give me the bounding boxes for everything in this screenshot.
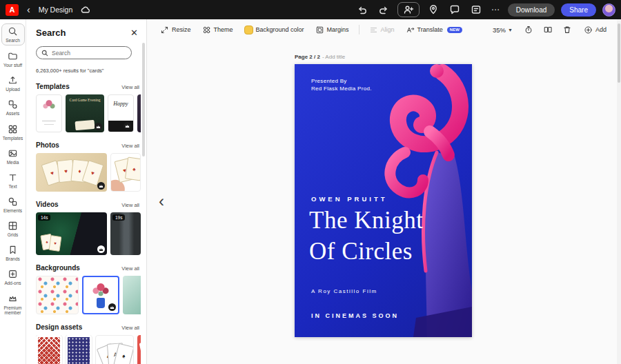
design-asset-thumbnail[interactable]: ♠ A ♠ bbox=[95, 335, 134, 364]
document-title[interactable]: My Design bbox=[39, 6, 73, 14]
sidebar-item-label: Upload bbox=[6, 87, 20, 92]
previous-page-chevron[interactable]: ‹ bbox=[156, 190, 167, 212]
sidebar-item-templates[interactable]: Templates bbox=[1, 122, 25, 143]
video-thumbnail[interactable]: 19s bbox=[110, 212, 141, 255]
sidebar-item-elements[interactable]: Elements bbox=[1, 194, 25, 215]
trash-icon[interactable] bbox=[560, 22, 575, 37]
poster-title-line2[interactable]: Of Circles bbox=[309, 238, 413, 265]
add-page-button[interactable]: Add bbox=[579, 23, 611, 37]
video-duration-badge: 19s bbox=[112, 214, 125, 221]
thumbnail-text: Card Game Evening bbox=[66, 98, 104, 103]
poster-tagline[interactable]: IN CINEMAS SOON bbox=[311, 312, 399, 319]
undo-icon[interactable] bbox=[355, 2, 370, 17]
close-icon[interactable]: ✕ bbox=[129, 28, 139, 38]
sidebar-item-text[interactable]: Text bbox=[1, 170, 25, 191]
grids-icon bbox=[8, 221, 18, 231]
template-thumbnail[interactable]: Card Game Evening bbox=[66, 94, 104, 132]
sidebar-item-upload[interactable]: Upload bbox=[1, 73, 25, 94]
share-button[interactable]: Share bbox=[561, 3, 596, 17]
background-color-button[interactable]: Background color bbox=[239, 23, 309, 37]
sidebar-item-label: Grids bbox=[8, 232, 19, 237]
redo-icon[interactable] bbox=[376, 2, 391, 17]
invite-collaborators-button[interactable] bbox=[397, 2, 420, 17]
view-all-templates-link[interactable]: View all bbox=[121, 84, 139, 90]
view-all-design-assets-link[interactable]: View all bbox=[121, 325, 139, 331]
background-thumbnail[interactable] bbox=[36, 276, 79, 314]
add-title-link[interactable]: - Add title bbox=[322, 54, 345, 60]
sidebar-item-add-ons[interactable]: Add-ons bbox=[1, 267, 25, 287]
margins-icon bbox=[315, 26, 324, 34]
search-input[interactable] bbox=[52, 50, 121, 57]
template-thumbnail[interactable]: Happy bbox=[108, 94, 134, 132]
location-pin-icon[interactable] bbox=[426, 2, 441, 17]
background-thumbnail[interactable] bbox=[123, 276, 141, 314]
video-thumbnail[interactable]: 14s ♠ ♥ bbox=[36, 212, 107, 255]
poster-credit[interactable]: A Roy Castillo Film bbox=[311, 288, 377, 294]
background-color-swatch bbox=[244, 26, 253, 34]
design-asset-thumbnail[interactable] bbox=[66, 335, 92, 364]
page-label: Page 2 / 2 - Add title bbox=[295, 54, 345, 60]
search-input-wrapper bbox=[36, 46, 132, 59]
add-ons-icon bbox=[8, 269, 18, 279]
view-all-photos-link[interactable]: View all bbox=[121, 143, 139, 149]
section-title-templates: Templates bbox=[36, 83, 70, 90]
photo-thumbnail[interactable]: ♥ ♠ bbox=[110, 153, 141, 192]
templates-row: Card Game Evening Happy bbox=[36, 94, 141, 132]
sidebar-item-label: Your stuff bbox=[3, 63, 22, 68]
align-button[interactable]: Align bbox=[364, 23, 400, 37]
background-thumbnail-selected[interactable] bbox=[82, 276, 119, 314]
search-icon bbox=[8, 26, 18, 37]
resize-button[interactable]: Resize bbox=[155, 23, 196, 37]
premium-crown-icon bbox=[95, 123, 102, 130]
section-title-photos: Photos bbox=[36, 141, 59, 149]
more-options-icon[interactable]: ⋯ bbox=[490, 5, 502, 14]
sidebar-item-brands[interactable]: Brands bbox=[1, 243, 25, 263]
assets-icon bbox=[8, 99, 18, 110]
adobe-logo[interactable]: A bbox=[6, 4, 19, 16]
download-button[interactable]: Download bbox=[508, 3, 555, 17]
back-chevron-icon[interactable]: ‹ bbox=[24, 3, 33, 16]
videos-row: 14s ♠ ♥ 19s bbox=[36, 212, 141, 255]
margins-button[interactable]: Margins bbox=[310, 23, 354, 37]
folder-icon bbox=[8, 51, 18, 61]
poster-actor-name[interactable]: OWEN PRUITT bbox=[311, 195, 388, 203]
canvas-toolbar: Resize Theme Background color Margins Al… bbox=[147, 19, 621, 40]
comment-icon[interactable] bbox=[447, 2, 462, 17]
view-all-videos-link[interactable]: View all bbox=[121, 202, 139, 208]
poster-title-line1[interactable]: The Knight bbox=[309, 207, 423, 234]
template-thumbnail[interactable] bbox=[137, 94, 141, 132]
photo-thumbnail[interactable]: ♥ ♥ ♦ ♥ bbox=[36, 153, 107, 192]
window-scrollbar-thumb[interactable] bbox=[618, 23, 620, 83]
chat-panel-icon[interactable] bbox=[469, 2, 484, 17]
poster-presented-by[interactable]: Presented By bbox=[311, 78, 347, 84]
cloud-sync-icon[interactable] bbox=[78, 2, 93, 17]
new-badge: NEW bbox=[447, 27, 462, 33]
sidebar-item-assets[interactable]: Assets bbox=[1, 97, 25, 118]
toolbar-divider bbox=[359, 25, 359, 34]
sidebar-item-media[interactable]: Media bbox=[1, 146, 25, 167]
design-asset-thumbnail[interactable] bbox=[36, 335, 62, 364]
sidebar-item-premium-member[interactable]: Premium member bbox=[1, 292, 25, 317]
timer-icon[interactable] bbox=[521, 22, 536, 37]
align-icon bbox=[369, 26, 378, 34]
thumbnail-text: Happy bbox=[108, 101, 133, 107]
theme-button[interactable]: Theme bbox=[197, 23, 238, 37]
canvas-page[interactable]: Presented By Red Flask Media Prod. OWEN … bbox=[295, 64, 472, 337]
user-avatar[interactable] bbox=[602, 3, 615, 17]
design-asset-thumbnail[interactable] bbox=[137, 335, 141, 364]
template-thumbnail[interactable] bbox=[36, 94, 62, 132]
zoom-dropdown[interactable]: 35% ▼ bbox=[489, 23, 517, 37]
sidebar-item-your-stuff[interactable]: Your stuff bbox=[1, 49, 25, 70]
sidebar-item-grids[interactable]: Grids bbox=[1, 219, 25, 239]
window-scrollbar[interactable] bbox=[617, 19, 621, 364]
main-area: Resize Theme Background color Margins Al… bbox=[147, 19, 621, 364]
upload-icon bbox=[8, 75, 18, 85]
photos-row: ♥ ♥ ♦ ♥ ♥ ♠ bbox=[36, 153, 141, 192]
sidebar-item-search[interactable]: Search bbox=[1, 23, 25, 46]
translate-button[interactable]: Translate NEW bbox=[401, 23, 467, 37]
backgrounds-row bbox=[36, 276, 141, 314]
poster-studio[interactable]: Red Flask Media Prod. bbox=[311, 85, 372, 92]
pages-view-icon[interactable] bbox=[540, 22, 555, 37]
panel-scrollbar[interactable] bbox=[142, 43, 145, 156]
view-all-backgrounds-link[interactable]: View all bbox=[121, 265, 139, 272]
